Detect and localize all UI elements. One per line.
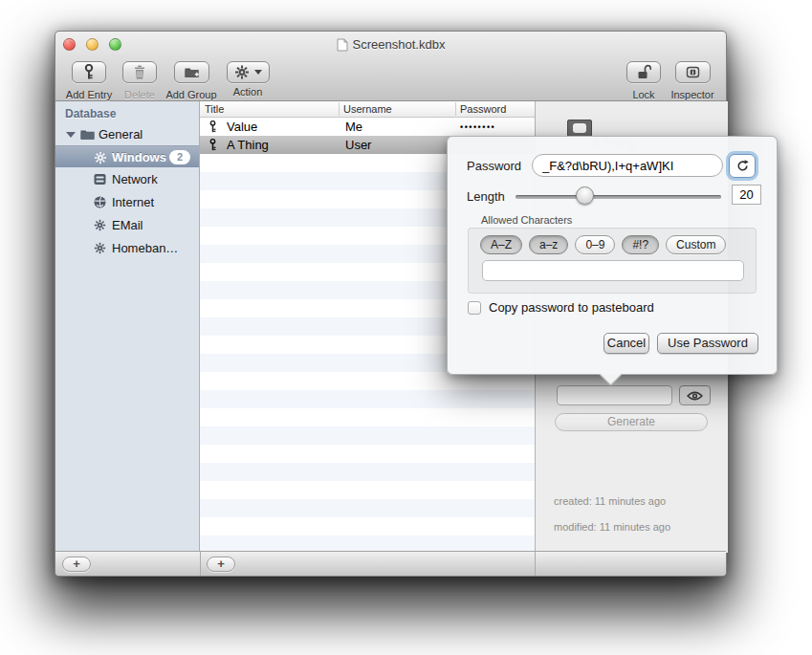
sidebar-item-label: General: [99, 127, 143, 142]
window-header: Screenshot.kdbx Add Entry Delete Add Gro…: [55, 32, 726, 101]
gear-icon: [94, 151, 107, 164]
column-divider[interactable]: [455, 102, 456, 116]
sidebar-item-internet[interactable]: Internet: [55, 192, 199, 213]
pane-divider: [200, 552, 201, 576]
allowed-characters-group: A–Z a–z 0–9 #!? Custom: [468, 228, 757, 294]
cell-username: User: [345, 138, 371, 152]
table-row-value[interactable]: Value Me ••••••••: [200, 118, 535, 136]
cell-password-dots: ••••••••: [460, 122, 495, 132]
charset-toggle-lowercase[interactable]: a–z: [529, 235, 568, 254]
charset-toggle-numbers[interactable]: 0–9: [575, 235, 615, 254]
charset-toggle-uppercase[interactable]: A–Z: [480, 235, 522, 254]
length-slider-thumb[interactable]: [576, 186, 594, 205]
info-icon: [685, 64, 701, 80]
generated-password-input[interactable]: [532, 154, 723, 177]
gear-icon: [234, 64, 250, 80]
created-timestamp: created: 11 minutes ago: [554, 495, 666, 507]
key-icon: [81, 64, 97, 80]
key-icon: [208, 120, 218, 133]
custom-characters-input[interactable]: [482, 260, 744, 281]
sidebar-item-network[interactable]: Network: [55, 169, 199, 190]
add-group-button[interactable]: Add Group: [162, 61, 221, 100]
copy-to-pasteboard-checkbox[interactable]: [468, 301, 481, 315]
disclosure-triangle-icon[interactable]: [66, 132, 76, 138]
add-entry-footer-button[interactable]: +: [207, 557, 235, 572]
cell-title: Value: [227, 120, 257, 134]
sidebar-item-label: Windows: [112, 150, 166, 164]
lock-button[interactable]: Lock: [626, 61, 661, 100]
sidebar-item-label: Network: [112, 172, 158, 186]
use-password-button[interactable]: Use Password: [657, 333, 758, 354]
inspector-password-input[interactable]: [557, 385, 672, 405]
add-entry-button[interactable]: Add Entry: [61, 61, 117, 100]
delete-button[interactable]: Delete: [120, 61, 160, 100]
column-divider[interactable]: [339, 102, 340, 116]
modified-timestamp: modified: 11 minutes ago: [554, 521, 670, 533]
window-title-area: Screenshot.kdbx: [55, 37, 726, 52]
action-menu-button[interactable]: Action: [225, 61, 271, 98]
gear-icon: [94, 242, 106, 254]
length-label: Length: [467, 189, 505, 204]
sidebar-item-windows[interactable]: Windows 2: [55, 145, 199, 167]
sidebar-item-email[interactable]: EMail: [55, 215, 199, 236]
key-icon: [208, 139, 218, 151]
copy-to-pasteboard-label: Copy password to pasteboard: [489, 300, 654, 315]
column-header-username[interactable]: Username: [343, 103, 392, 115]
network-icon: [94, 173, 106, 186]
allowed-characters-label: Allowed Characters: [481, 214, 572, 226]
sidebar: Database General Windows 2 Network: [55, 101, 200, 553]
show-password-button[interactable]: [679, 385, 711, 405]
password-generator-popover: Password Length Allowed Characters A–Z a…: [447, 136, 778, 375]
image-icon: [573, 123, 586, 133]
cancel-button[interactable]: Cancel: [604, 333, 649, 354]
entry-count-badge: 2: [169, 150, 190, 164]
sidebar-item-label: EMail: [112, 218, 143, 232]
generate-button[interactable]: Generate: [555, 413, 708, 431]
length-slider-track[interactable]: [516, 195, 721, 199]
folder-plus-icon: [184, 64, 200, 80]
sidebar-item-label: Internet: [112, 195, 154, 209]
sidebar-item-homebanking[interactable]: Homeban…: [55, 238, 199, 259]
column-header-password[interactable]: Password: [460, 103, 506, 115]
sidebar-section-header: Database: [65, 107, 116, 120]
screenshot-stage: Screenshot.kdbx Add Entry Delete Add Gro…: [0, 0, 812, 655]
charset-toggle-custom[interactable]: Custom: [666, 235, 726, 254]
bottom-bar: + +: [55, 551, 726, 576]
pane-divider: [535, 552, 536, 576]
globe-icon: [94, 196, 106, 208]
cell-username: Me: [345, 120, 362, 134]
unlocked-padlock-icon: [636, 64, 651, 80]
sidebar-item-general[interactable]: General: [55, 124, 199, 145]
inspector-toggle-button[interactable]: Inspector: [666, 61, 719, 100]
folder-icon: [80, 128, 95, 141]
password-label: Password: [467, 159, 521, 173]
window-title: Screenshot.kdbx: [353, 37, 446, 52]
entry-icon-well[interactable]: [567, 120, 592, 137]
sidebar-item-label: Homeban…: [112, 241, 178, 255]
add-group-footer-button[interactable]: +: [62, 557, 91, 572]
eye-icon: [687, 390, 703, 402]
column-header-title[interactable]: Title: [205, 103, 224, 115]
length-value-input[interactable]: [732, 185, 761, 205]
trash-icon: [132, 64, 147, 80]
cell-title: A Thing: [227, 138, 269, 152]
regenerate-button[interactable]: [729, 154, 756, 178]
chevron-down-icon: [254, 70, 262, 75]
document-icon: [337, 38, 348, 52]
gear-icon: [94, 219, 106, 231]
refresh-icon: [735, 159, 750, 173]
charset-toggle-symbols[interactable]: #!?: [622, 235, 659, 254]
table-header: Title Username Password: [200, 101, 535, 118]
